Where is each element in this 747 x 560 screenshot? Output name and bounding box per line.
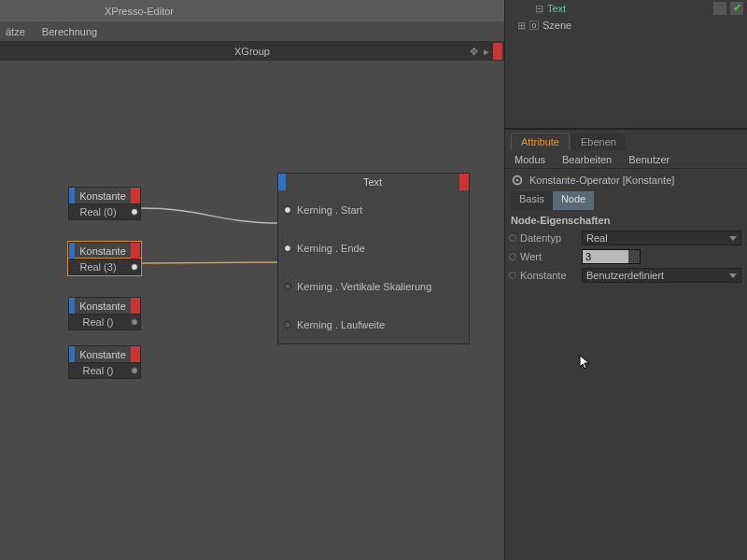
layer-badge: 0 <box>529 21 539 30</box>
menu-bar: ätze Berechnung <box>0 21 504 42</box>
spinner[interactable] <box>628 250 640 263</box>
expand-icon[interactable]: ⊞ <box>516 20 526 32</box>
output-port[interactable] <box>131 318 138 326</box>
text-node[interactable]: Text Kerning . Start Kerning . Ende Kern… <box>277 173 470 344</box>
menu-mode[interactable]: Modus <box>514 154 545 165</box>
menu-item[interactable]: Berechnung <box>42 26 97 37</box>
node-title: Konstante <box>75 243 131 259</box>
input-port[interactable] <box>284 245 291 252</box>
constant-node[interactable]: Konstante Real (0) <box>68 187 141 220</box>
attribute-panel: ⊟ Text ✔ ⊞ 0 Szene Attribute Ebenen Modu… <box>504 0 747 560</box>
section-header: Node-Eigenschaften <box>505 210 747 229</box>
port-label: Kerning . Vertikale Skalierung <box>297 281 431 292</box>
input-port[interactable] <box>284 321 291 329</box>
subtab-node[interactable]: Node <box>553 191 594 210</box>
port-label: Kerning . Ende <box>297 243 365 254</box>
property-row: Wert 3 <box>505 247 747 266</box>
chevron-right-icon[interactable]: ▸ <box>480 43 493 60</box>
xgroup-title: XGroup <box>234 46 270 57</box>
prop-label: Konstante <box>520 270 578 281</box>
chevron-down-icon <box>729 236 737 241</box>
scene-item[interactable]: Szene <box>543 20 743 31</box>
svg-point-1 <box>516 179 519 182</box>
property-row: Datentyp Real <box>505 229 747 247</box>
scene-item[interactable]: Text <box>547 3 710 14</box>
node-value: Real (0) <box>69 206 127 217</box>
menu-edit[interactable]: Bearbeiten <box>562 154 612 165</box>
port-label: Kerning . Start <box>297 204 362 216</box>
constant-node[interactable]: Konstante Real () <box>68 297 141 330</box>
node-title: Text <box>286 174 459 190</box>
node-value: Real () <box>69 365 127 376</box>
select-value: Benutzerdefiniert <box>586 270 664 281</box>
prop-label: Datentyp <box>520 232 578 244</box>
port-label: Kerning . Laufweite <box>297 319 385 330</box>
output-port[interactable] <box>131 367 138 374</box>
node-title: Konstante <box>75 346 131 362</box>
node-value: Real () <box>69 316 127 328</box>
value-input[interactable]: 3 <box>582 249 641 264</box>
node-title: Konstante <box>75 298 131 314</box>
anim-dot[interactable] <box>509 272 516 279</box>
scene-tree[interactable]: ⊟ Text ✔ ⊞ 0 Szene <box>505 0 747 128</box>
operator-title-row: Konstante-Operator [Konstante] <box>505 169 747 191</box>
constant-select[interactable]: Benutzerdefiniert <box>582 268 741 283</box>
node-title: Konstante <box>75 188 131 203</box>
node-value: Real (3) <box>69 261 127 273</box>
close-icon[interactable] <box>493 43 502 60</box>
node-canvas[interactable]: Konstante Real (0) Konstante Real (3) Ko… <box>0 61 504 560</box>
select-value: Real <box>586 232 608 244</box>
prop-label: Wert <box>520 251 578 262</box>
sub-tabs: Basis Node <box>505 191 747 210</box>
input-port[interactable] <box>284 206 291 214</box>
window-title: XPresso-Editor <box>105 6 174 17</box>
check-icon[interactable]: ✔ <box>730 2 743 15</box>
anim-dot[interactable] <box>509 234 516 242</box>
tag-icon[interactable] <box>713 2 726 15</box>
output-port[interactable] <box>131 263 138 271</box>
anim-dot[interactable] <box>509 253 516 260</box>
constant-node[interactable]: Konstante Real () <box>68 345 141 379</box>
tab-layers[interactable]: Ebenen <box>571 133 626 150</box>
constant-node[interactable]: Konstante Real (3) <box>68 242 141 275</box>
attribute-menu: Modus Bearbeiten Benutzer <box>505 150 747 169</box>
input-value: 3 <box>583 250 628 263</box>
datatype-select[interactable]: Real <box>582 231 741 245</box>
window-titlebar: XPresso-Editor <box>0 0 504 21</box>
input-port[interactable] <box>284 283 291 290</box>
xgroup-header: XGroup ✥ ▸ <box>0 42 504 61</box>
property-row: Konstante Benutzerdefiniert <box>505 266 747 285</box>
attribute-tabs: Attribute Ebenen <box>505 130 747 150</box>
tab-attribute[interactable]: Attribute <box>511 133 570 150</box>
subtab-basis[interactable]: Basis <box>511 191 553 210</box>
output-port[interactable] <box>131 208 138 216</box>
chevron-down-icon <box>729 273 737 278</box>
gear-icon <box>511 174 524 187</box>
expand-icon[interactable]: ⊟ <box>535 3 543 15</box>
operator-title: Konstante-Operator [Konstante] <box>529 175 674 186</box>
menu-user[interactable]: Benutzer <box>628 154 669 165</box>
move-icon[interactable]: ✥ <box>467 43 480 60</box>
menu-item[interactable]: ätze <box>6 26 25 37</box>
